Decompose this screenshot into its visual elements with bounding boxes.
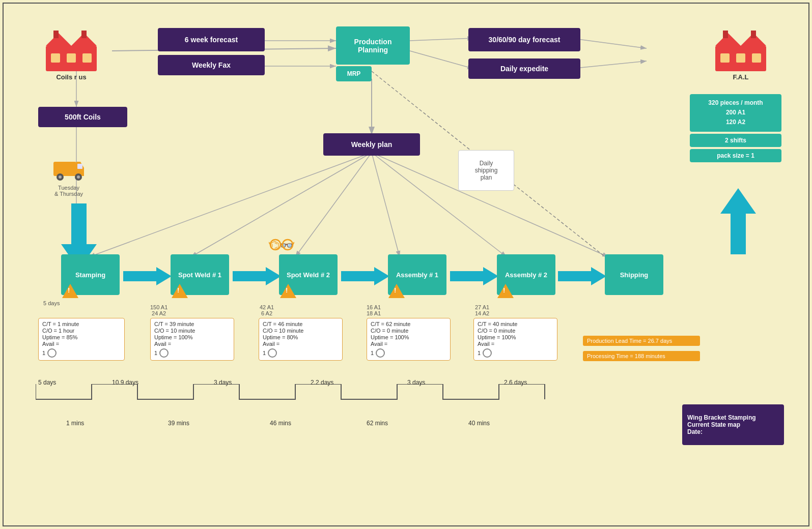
weekly-plan-box: Weekly plan [323, 133, 420, 156]
svg-marker-54 [558, 267, 606, 285]
big-arrow-up [720, 188, 756, 256]
svg-rect-26 [53, 31, 59, 38]
inv-days-5: 2.6 days [504, 379, 527, 386]
truck-area: Tuesday & Thursday [51, 158, 87, 197]
svg-line-12 [295, 153, 372, 257]
arrow-3 [341, 267, 389, 287]
svg-rect-24 [67, 53, 76, 63]
svg-rect-23 [51, 53, 60, 63]
production-planning-container: Production Planning MRP [336, 26, 410, 82]
right-info-container: 320 pieces / month 200 A1 120 A2 2 shift… [690, 94, 781, 162]
svg-marker-52 [341, 267, 389, 285]
svg-line-7 [570, 38, 647, 48]
coils-box: 500ft Coils [38, 107, 127, 127]
svg-line-5 [410, 38, 473, 41]
daily-expedite-box: Daily expedite [468, 58, 580, 79]
svg-line-50 [269, 242, 270, 245]
proc-time-1: 39 mins [168, 420, 189, 427]
svg-rect-25 [82, 53, 92, 63]
operator-circle-asm2 [483, 348, 492, 358]
svg-marker-45 [123, 267, 172, 285]
stamping-warning [62, 284, 78, 300]
svg-rect-35 [751, 31, 756, 38]
operator-circle-sw1 [159, 348, 169, 358]
operator-circle-stamping [47, 348, 57, 358]
svg-marker-53 [450, 267, 498, 285]
inv-days-0: 5 days [38, 379, 56, 386]
asm1-inventory: 16 A1 18 A1 [367, 298, 381, 316]
arrow-2 [233, 267, 281, 287]
weekly-fax-box: Weekly Fax [158, 55, 265, 75]
svg-line-6 [410, 51, 473, 69]
mrp-box: MRP [336, 66, 372, 81]
svg-line-13 [372, 153, 400, 257]
asm1-warning [388, 284, 405, 300]
daily-shipping-plan: Daily shipping plan [458, 150, 514, 191]
proc-time-2: 46 mins [270, 420, 291, 427]
operator-circle-asm1 [376, 348, 385, 358]
arrow-1 [123, 267, 172, 287]
supplier-right: F.A.L [708, 28, 774, 74]
lead-time-label: Production Lead Time = 26.7 days [583, 336, 700, 346]
svg-marker-36 [720, 188, 756, 254]
operator-circle-sw2 [268, 348, 277, 358]
supplier-left: Coils r us [38, 28, 104, 74]
sw2-inventory: 42 A1 6 A2 [260, 298, 274, 316]
svg-line-10 [89, 153, 372, 257]
stamping-inventory: 5 days [43, 300, 60, 306]
svg-point-41 [59, 175, 62, 179]
legend-box: Wing Bracket Stamping Current State map … [682, 404, 784, 445]
svg-rect-31 [720, 53, 730, 63]
svg-point-43 [77, 175, 80, 179]
shipping-station: Shipping [605, 254, 663, 295]
sw2-warning [280, 284, 296, 300]
arrow-4 [450, 267, 498, 287]
production-planning-box: Production Planning [336, 26, 410, 65]
svg-rect-27 [81, 31, 87, 38]
sw1-warning [172, 284, 188, 300]
proc-time-0: 1 mins [66, 420, 84, 427]
svg-point-48 [283, 240, 293, 250]
inv-days-3: 2.2 days [311, 379, 333, 386]
day-forecast-box: 30/60/90 day forecast [468, 28, 580, 51]
sw1-info: C/T = 39 minute C/O = 10 minute Uptime =… [150, 318, 234, 361]
svg-rect-39 [77, 164, 82, 169]
asm2-info: C/T = 40 minute C/O = 0 minute Uptime = … [473, 318, 557, 361]
inv-days-1: 10.9 days [112, 379, 138, 386]
supplier-left-label: Coils r us [38, 73, 104, 81]
asm1-info: C/T = 62 minute C/O = 0 minute Uptime = … [367, 318, 451, 361]
proc-time-4: 40 mins [468, 420, 490, 427]
proc-time-3: 62 mins [367, 420, 388, 427]
arrow-5 [558, 267, 606, 287]
supplier-right-label: F.A.L [708, 73, 774, 81]
asm2-warning [497, 284, 514, 300]
svg-rect-37 [53, 162, 76, 176]
svg-line-8 [570, 61, 647, 69]
sw1-inventory: 150 A1 24 A2 [150, 298, 167, 316]
svg-rect-33 [752, 53, 761, 63]
svg-line-51 [293, 242, 294, 245]
forecast-box: 6 week forecast [158, 28, 265, 51]
inv-days-4: 3 days [407, 379, 425, 386]
glasses-symbol [269, 238, 294, 253]
stamping-info: C/T = 1 minute C/O = 1 hour Uptime = 85%… [38, 318, 125, 361]
svg-marker-46 [233, 267, 281, 285]
sw2-info: C/T = 46 minute C/O = 10 minute Uptime =… [259, 318, 343, 361]
truck-label: Tuesday & Thursday [51, 185, 87, 197]
inv-days-2: 3 days [214, 379, 232, 386]
asm2-inventory: 27 A1 14 A2 [475, 298, 489, 316]
processing-time-label: Processing Time = 188 minutes [583, 351, 700, 361]
svg-point-47 [270, 240, 281, 250]
svg-rect-34 [723, 31, 728, 38]
svg-rect-32 [736, 53, 745, 63]
